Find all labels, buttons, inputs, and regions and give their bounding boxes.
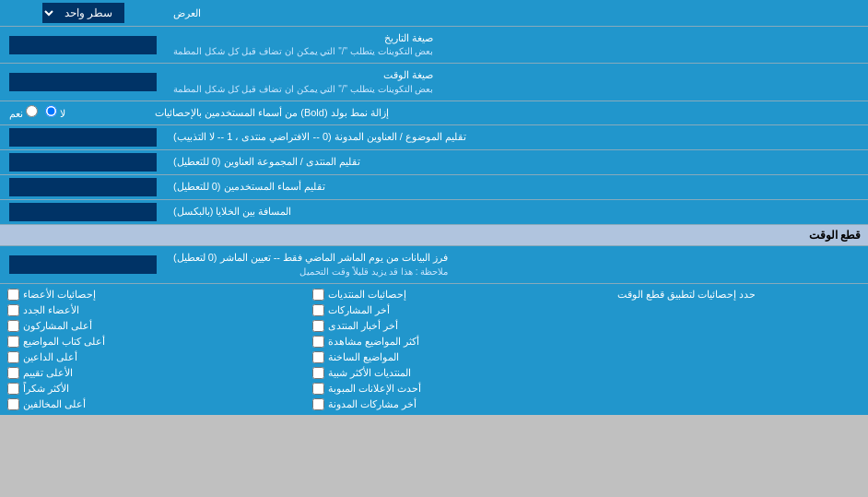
- checkbox-row: أخر أخبار المنتدى: [312, 318, 603, 334]
- checkbox-label[interactable]: إحصائيات المنتديات: [312, 289, 406, 301]
- checkbox-label[interactable]: الأعلى تقييم: [7, 367, 73, 379]
- topic-titles-row: تقليم الموضوع / العناوين المدونة (0 -- ا…: [0, 125, 868, 150]
- checkbox-label[interactable]: أعلى كتاب المواضيع: [7, 336, 105, 348]
- checkbox-cb_most_viewed[interactable]: [312, 336, 324, 348]
- checkbox-cb_members_stats[interactable]: [7, 289, 19, 301]
- checkbox-label[interactable]: أخر المشاركات: [312, 304, 390, 316]
- stats-container: حدد إحصائيات لتطبيق قطع الوقت إحصائيات ا…: [0, 284, 868, 415]
- checkboxes-col1: إحصائيات المنتدياتأخر المشاركاتأخر أخبار…: [305, 284, 610, 415]
- checkbox-label[interactable]: أعلى المخالفين: [7, 398, 86, 410]
- bold-no-label[interactable]: لا: [45, 105, 65, 120]
- date-format-input-cell: d-m: [0, 27, 166, 63]
- user-names-row: تقليم أسماء المستخدمين (0 للتعطيل) 0: [0, 175, 868, 200]
- display-select[interactable]: سطر واحد سطرين ثلاثة أسطر: [42, 3, 124, 23]
- checkbox-label[interactable]: أكثر المواضيع مشاهدة: [312, 336, 419, 348]
- checkbox-cb_similar_forums[interactable]: [312, 367, 324, 379]
- checkbox-cb_top_posters[interactable]: [7, 320, 19, 332]
- topic-titles-input-cell: 33: [0, 125, 166, 149]
- checkbox-cb_most_thanked[interactable]: [7, 383, 19, 395]
- forum-titles-input[interactable]: 33: [9, 153, 157, 172]
- topic-titles-label-text: تقليم الموضوع / العناوين المدونة (0 -- ا…: [173, 130, 466, 144]
- display-label-text: العرض: [173, 7, 201, 19]
- cutoff-value-row: فرز البيانات من يوم الماشر الماضي فقط --…: [0, 246, 868, 283]
- topic-titles-input[interactable]: 33: [9, 128, 157, 147]
- checkbox-label[interactable]: إحصائيات الأعضاء: [7, 289, 96, 301]
- cutoff-value-note: ملاحظة : هذا قد يزيد قليلاً وقت التحميل: [173, 266, 448, 278]
- bold-label-text: إزالة نمط بولد (Bold) من أسماء المستخدمي…: [155, 106, 389, 120]
- user-names-label-text: تقليم أسماء المستخدمين (0 للتعطيل): [173, 180, 325, 194]
- user-names-input[interactable]: 0: [9, 178, 157, 196]
- cell-spacing-row: المسافة بين الخلايا (بالبكسل) 2: [0, 200, 868, 225]
- main-container: العرض سطر واحد سطرين ثلاثة أسطر صيغة الت…: [0, 0, 868, 415]
- cutoff-value-label: فرز البيانات من يوم الماشر الماضي فقط --…: [166, 246, 868, 282]
- date-format-input[interactable]: d-m: [9, 36, 157, 54]
- forum-titles-label-text: تقليم المنتدى / المجموعة العناوين (0 للت…: [173, 155, 360, 169]
- time-format-label: صيغة الوقت بعض التكوينات يتطلب "/" التي …: [166, 64, 868, 100]
- bold-radio-cell: لا نعم: [0, 101, 147, 124]
- checkbox-cb_top_visitors[interactable]: [7, 398, 19, 410]
- checkbox-row: المنتديات الأكثر شبية: [312, 365, 603, 381]
- bold-row: إزالة نمط بولد (Bold) من أسماء المستخدمي…: [0, 101, 868, 125]
- stats-label-col: حدد إحصائيات لتطبيق قطع الوقت: [610, 284, 868, 415]
- checkbox-cb_recent_ads[interactable]: [312, 383, 324, 395]
- stats-checkboxes: إحصائيات المنتدياتأخر المشاركاتأخر أخبار…: [0, 284, 610, 415]
- checkbox-label[interactable]: الأعضاء الجدد: [7, 304, 79, 316]
- checkbox-cb_latest_blogs[interactable]: [312, 398, 324, 410]
- checkbox-cb_posts[interactable]: [312, 289, 324, 301]
- bold-yes-radio[interactable]: [26, 105, 38, 117]
- display-input-cell: سطر واحد سطرين ثلاثة أسطر: [0, 0, 166, 26]
- cell-spacing-input-cell: 2: [0, 200, 166, 224]
- time-format-title: صيغة الوقت: [173, 68, 433, 82]
- cutoff-section-title: قطع الوقت: [809, 229, 861, 242]
- time-format-row: صيغة الوقت بعض التكوينات يتطلب "/" التي …: [0, 64, 868, 101]
- checkbox-label[interactable]: المنتديات الأكثر شبية: [312, 367, 411, 379]
- checkbox-label[interactable]: أعلى المشاركون: [7, 320, 92, 332]
- checkbox-label[interactable]: أخر مشاركات المدونة: [312, 398, 416, 410]
- checkbox-row: أكثر المواضيع مشاهدة: [312, 334, 603, 349]
- checkboxes-col2: إحصائيات الأعضاءالأعضاء الجددأعلى المشار…: [0, 284, 305, 415]
- date-format-row: صيغة التاريخ بعض التكوينات يتطلب "/" الت…: [0, 27, 868, 64]
- checkbox-cb_forum_news[interactable]: [312, 320, 324, 332]
- checkbox-label[interactable]: المواضيع الساخنة: [312, 351, 399, 363]
- cell-spacing-label: المسافة بين الخلايا (بالبكسل): [166, 200, 868, 224]
- checkbox-cb_top_posters2[interactable]: [7, 351, 19, 363]
- cutoff-value-input-cell: 0: [0, 246, 166, 282]
- stats-limits-label: حدد إحصائيات لتطبيق قطع الوقت: [617, 289, 756, 301]
- time-format-sublabel: بعض التكوينات يتطلب "/" التي يمكن ان تضا…: [173, 83, 433, 96]
- checkbox-row: الأعضاء الجدد: [7, 302, 298, 318]
- checkbox-row: المواضيع الساخنة: [312, 349, 603, 365]
- cell-spacing-input[interactable]: 2: [9, 203, 157, 221]
- bold-label: إزالة نمط بولد (Bold) من أسماء المستخدمي…: [147, 101, 868, 124]
- checkbox-cb_top_authors[interactable]: [7, 336, 19, 348]
- checkbox-row: إحصائيات الأعضاء: [7, 287, 298, 302]
- time-format-input[interactable]: H:i: [9, 73, 157, 91]
- checkbox-cb_new_members[interactable]: [7, 304, 19, 316]
- user-names-label: تقليم أسماء المستخدمين (0 للتعطيل): [166, 175, 868, 199]
- checkbox-row: أخر مشاركات المدونة: [312, 396, 603, 412]
- checkbox-row: أحدث الإعلانات المبوبة: [312, 381, 603, 396]
- checkbox-cb_top_rated[interactable]: [7, 367, 19, 379]
- checkbox-label[interactable]: أحدث الإعلانات المبوبة: [312, 383, 421, 395]
- cutoff-section-header: قطع الوقت: [0, 225, 868, 246]
- forum-titles-label: تقليم المنتدى / المجموعة العناوين (0 للت…: [166, 150, 868, 174]
- checkbox-row: أعلى الداعين: [7, 349, 298, 365]
- checkbox-cb_latest_posts[interactable]: [312, 304, 324, 316]
- cutoff-value-input[interactable]: 0: [9, 255, 157, 274]
- checkbox-label[interactable]: أعلى الداعين: [7, 351, 77, 363]
- cell-spacing-label-text: المسافة بين الخلايا (بالبكسل): [173, 205, 292, 219]
- user-names-input-cell: 0: [0, 175, 166, 199]
- topic-titles-label: تقليم الموضوع / العناوين المدونة (0 -- ا…: [166, 125, 868, 149]
- checkbox-row: أخر المشاركات: [312, 302, 603, 318]
- forum-titles-row: تقليم المنتدى / المجموعة العناوين (0 للت…: [0, 150, 868, 175]
- checkbox-row: أعلى كتاب المواضيع: [7, 334, 298, 349]
- checkbox-label[interactable]: الأكثر شكراً: [7, 383, 69, 395]
- checkbox-row: الأعلى تقييم: [7, 365, 298, 381]
- display-row: العرض سطر واحد سطرين ثلاثة أسطر: [0, 0, 868, 27]
- bold-yes-label[interactable]: نعم: [9, 105, 38, 120]
- checkbox-label[interactable]: أخر أخبار المنتدى: [312, 320, 398, 332]
- bold-no-radio[interactable]: [45, 105, 57, 117]
- date-format-title: صيغة التاريخ: [173, 31, 433, 45]
- time-format-input-cell: H:i: [0, 64, 166, 100]
- cutoff-value-label-text: فرز البيانات من يوم الماشر الماضي فقط --…: [173, 251, 448, 265]
- checkbox-cb_old_topics[interactable]: [312, 351, 324, 363]
